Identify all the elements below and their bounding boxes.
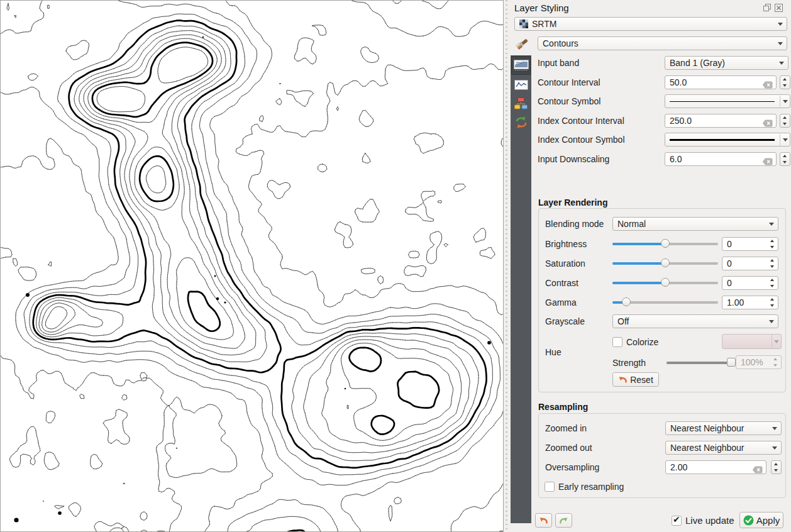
- input-downscaling-spinner[interactable]: [780, 152, 790, 166]
- gamma-value[interactable]: 1.00: [722, 296, 778, 309]
- grayscale-label: Grayscale: [545, 314, 585, 328]
- index-contour-symbol-label: Index Contour Symbol: [538, 133, 625, 147]
- histogram-icon: [514, 80, 528, 90]
- strength-label: Strength: [612, 356, 646, 370]
- chevron-down-icon: [778, 42, 783, 48]
- zoomed-out-select[interactable]: Nearest Neighbour: [665, 441, 782, 455]
- thin-line-symbol-preview: [670, 101, 775, 102]
- oversampling-input[interactable]: 2.00: [665, 460, 766, 474]
- redo-icon: [559, 516, 568, 525]
- apply-button-label: Apply: [756, 515, 780, 526]
- input-downscaling-label: Input Downscaling: [538, 152, 609, 166]
- brightness-value[interactable]: 0: [722, 237, 778, 251]
- slider-knob[interactable]: [661, 278, 670, 287]
- reset-button[interactable]: Reset: [612, 372, 659, 387]
- chevron-down-icon: [772, 446, 777, 452]
- zoomed-out-label: Zoomed out: [545, 441, 592, 455]
- contour-interval-label: Contour Interval: [538, 75, 600, 89]
- colorize-label: Colorize: [626, 335, 658, 349]
- contrast-slider[interactable]: [612, 276, 718, 290]
- colorize-color-button[interactable]: [722, 334, 782, 349]
- chevron-down-icon: [769, 223, 774, 228]
- history-undo-redo-icon: [515, 116, 528, 128]
- contour-interval-spinner[interactable]: [780, 75, 790, 89]
- index-contour-interval-input[interactable]: 250.0: [665, 114, 777, 128]
- gamma-slider[interactable]: [612, 296, 718, 309]
- tab-histogram[interactable]: [511, 75, 531, 94]
- layer-rendering-header: Layer Rendering: [538, 197, 607, 208]
- saturation-label: Saturation: [545, 257, 585, 270]
- saturation-slider[interactable]: [612, 257, 718, 270]
- splitter-handle: [506, 0, 507, 532]
- chevron-down-icon: [778, 23, 783, 28]
- raster-layer-icon: [519, 19, 528, 31]
- contrast-label: Contrast: [545, 276, 578, 290]
- gamma-label: Gamma: [545, 296, 577, 309]
- reset-undo-icon: [618, 375, 628, 384]
- live-update-label: Live update: [685, 514, 734, 528]
- clear-value-icon[interactable]: [762, 156, 773, 163]
- contour-interval-input[interactable]: 50.0: [665, 75, 777, 89]
- clear-value-icon[interactable]: [762, 118, 773, 125]
- reset-button-label: Reset: [630, 375, 653, 385]
- brightness-label: Brightness: [545, 237, 587, 251]
- contour-symbol-button[interactable]: [665, 94, 790, 108]
- tab-history[interactable]: [511, 113, 531, 131]
- colorize-checkbox[interactable]: [612, 337, 622, 347]
- chevron-down-icon: [779, 62, 784, 67]
- apply-check-icon: [743, 515, 754, 526]
- slider-knob[interactable]: [727, 358, 736, 367]
- slider-knob[interactable]: [661, 258, 670, 267]
- clear-value-icon[interactable]: [762, 79, 773, 87]
- blending-mode-label: Blending mode: [545, 217, 604, 231]
- chevron-down-icon: [783, 138, 788, 144]
- blending-mode-select[interactable]: Normal: [612, 217, 778, 231]
- chevron-down-icon: [783, 100, 788, 106]
- strength-slider[interactable]: [667, 356, 731, 370]
- chevron-down-icon: [774, 340, 779, 346]
- zoomed-in-select[interactable]: Nearest Neighbour: [665, 421, 782, 435]
- tab-attributes[interactable]: [511, 94, 531, 113]
- chevron-down-icon: [772, 427, 777, 433]
- input-band-select[interactable]: Band 1 (Gray): [665, 56, 788, 70]
- map-canvas[interactable]: [1, 1, 503, 531]
- renderer-select-value: Contours: [543, 38, 578, 48]
- raster-symbology-icon: [514, 60, 529, 72]
- panel-splitter[interactable]: [504, 0, 509, 532]
- contrast-value[interactable]: 0: [722, 276, 778, 290]
- zoomed-in-label: Zoomed in: [545, 421, 587, 435]
- flowchart-icon: [514, 97, 528, 109]
- layer-styling-panel: Layer Styling SRTM Contours: [509, 0, 791, 532]
- grayscale-select[interactable]: Off: [612, 314, 778, 328]
- panel-title: Layer Styling: [514, 3, 569, 13]
- style-redo-button[interactable]: [555, 513, 572, 528]
- undo-icon: [539, 516, 548, 525]
- brightness-slider[interactable]: [612, 237, 718, 251]
- oversampling-label: Oversampling: [545, 460, 599, 474]
- hue-label: Hue: [545, 345, 561, 359]
- slider-knob[interactable]: [661, 239, 670, 248]
- symbology-brush-icon: [514, 36, 531, 52]
- layer-select[interactable]: SRTM: [514, 17, 787, 31]
- index-contour-symbol-button[interactable]: [665, 133, 790, 147]
- renderer-select[interactable]: Contours: [538, 36, 787, 50]
- index-contour-interval-spinner[interactable]: [780, 114, 790, 128]
- live-update-checkbox[interactable]: [672, 516, 682, 526]
- float-panel-icon[interactable]: [763, 4, 772, 12]
- close-panel-icon[interactable]: [775, 4, 783, 12]
- oversampling-spinner[interactable]: [771, 460, 782, 474]
- clear-value-icon[interactable]: [752, 464, 763, 472]
- tab-symbology[interactable]: [511, 56, 531, 75]
- thick-line-symbol-preview: [670, 139, 775, 141]
- apply-button[interactable]: Apply: [739, 512, 783, 528]
- resampling-header: Resampling: [538, 402, 588, 412]
- saturation-value[interactable]: 0: [722, 257, 778, 270]
- strength-value[interactable]: 100%: [736, 355, 782, 369]
- styling-tab-strip: [511, 55, 531, 523]
- input-downscaling-input[interactable]: 6.0: [665, 152, 777, 166]
- map-canvas-frame: [0, 0, 504, 532]
- early-resampling-checkbox[interactable]: [545, 482, 555, 492]
- contour-symbol-label: Contour Symbol: [538, 94, 600, 108]
- slider-knob[interactable]: [622, 297, 631, 306]
- style-undo-button[interactable]: [535, 513, 552, 528]
